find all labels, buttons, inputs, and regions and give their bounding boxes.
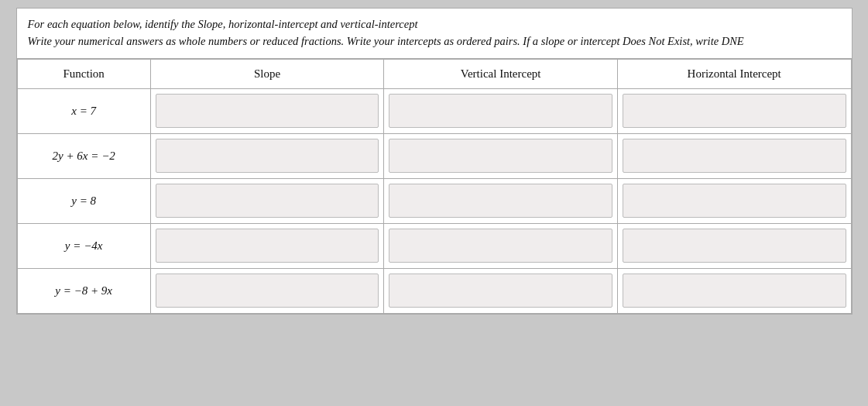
- horizontal-input-4[interactable]: [623, 229, 846, 263]
- function-label-1: x = 7: [71, 105, 96, 117]
- vertical-input-2[interactable]: [389, 139, 612, 173]
- vertical-input-4[interactable]: [389, 229, 612, 263]
- slope-cell-3: [150, 178, 384, 223]
- vertical-cell-1: [384, 88, 618, 133]
- slope-input-2[interactable]: [156, 139, 379, 173]
- main-container: For each equation below, identify the Sl…: [16, 8, 853, 315]
- table-row: y = 8: [17, 178, 851, 223]
- slope-cell-2: [150, 133, 384, 178]
- function-cell-2: 2y + 6x = −2: [17, 133, 150, 178]
- vertical-cell-3: [384, 178, 618, 223]
- horizontal-cell-2: [617, 133, 851, 178]
- table-wrapper: Function Slope Vertical Intercept Horizo…: [17, 59, 852, 314]
- function-label-4: y = −4x: [65, 239, 103, 252]
- slope-cell-5: [150, 268, 384, 313]
- horizontal-input-5[interactable]: [623, 274, 846, 308]
- instruction-line2: Write your numerical answers as whole nu…: [28, 33, 841, 50]
- slope-input-5[interactable]: [156, 274, 379, 308]
- slope-input-3[interactable]: [156, 184, 379, 218]
- vertical-cell-5: [384, 268, 618, 313]
- instructions-block: For each equation below, identify the Sl…: [17, 9, 852, 59]
- slope-input-4[interactable]: [156, 229, 379, 263]
- horizontal-cell-1: [617, 88, 851, 133]
- vertical-input-5[interactable]: [389, 274, 612, 308]
- horizontal-input-3[interactable]: [623, 184, 846, 218]
- col-header-slope: Slope: [150, 59, 384, 88]
- col-header-horizontal: Horizontal Intercept: [617, 59, 851, 88]
- col-header-vertical: Vertical Intercept: [384, 59, 618, 88]
- function-cell-3: y = 8: [17, 178, 150, 223]
- table-header-row: Function Slope Vertical Intercept Horizo…: [17, 59, 851, 88]
- function-label-3: y = 8: [71, 194, 96, 207]
- col-header-function: Function: [17, 59, 150, 88]
- vertical-input-3[interactable]: [389, 184, 612, 218]
- instruction-line1: For each equation below, identify the Sl…: [28, 16, 841, 33]
- slope-cell-1: [150, 88, 384, 133]
- table-row: y = −4x: [17, 223, 851, 268]
- vertical-cell-4: [384, 223, 618, 268]
- horizontal-input-2[interactable]: [623, 139, 846, 173]
- table-row: y = −8 + 9x: [17, 268, 851, 313]
- function-cell-1: x = 7: [17, 88, 150, 133]
- function-cell-5: y = −8 + 9x: [17, 268, 150, 313]
- horizontal-input-1[interactable]: [623, 94, 846, 128]
- function-cell-4: y = −4x: [17, 223, 150, 268]
- equations-table: Function Slope Vertical Intercept Horizo…: [17, 59, 852, 314]
- slope-input-1[interactable]: [156, 94, 379, 128]
- horizontal-cell-4: [617, 223, 851, 268]
- vertical-input-1[interactable]: [389, 94, 612, 128]
- slope-cell-4: [150, 223, 384, 268]
- vertical-cell-2: [384, 133, 618, 178]
- function-label-5: y = −8 + 9x: [55, 284, 112, 297]
- horizontal-cell-5: [617, 268, 851, 313]
- function-label-2: 2y + 6x = −2: [53, 150, 115, 162]
- horizontal-cell-3: [617, 178, 851, 223]
- table-row: 2y + 6x = −2: [17, 133, 851, 178]
- table-row: x = 7: [17, 88, 851, 133]
